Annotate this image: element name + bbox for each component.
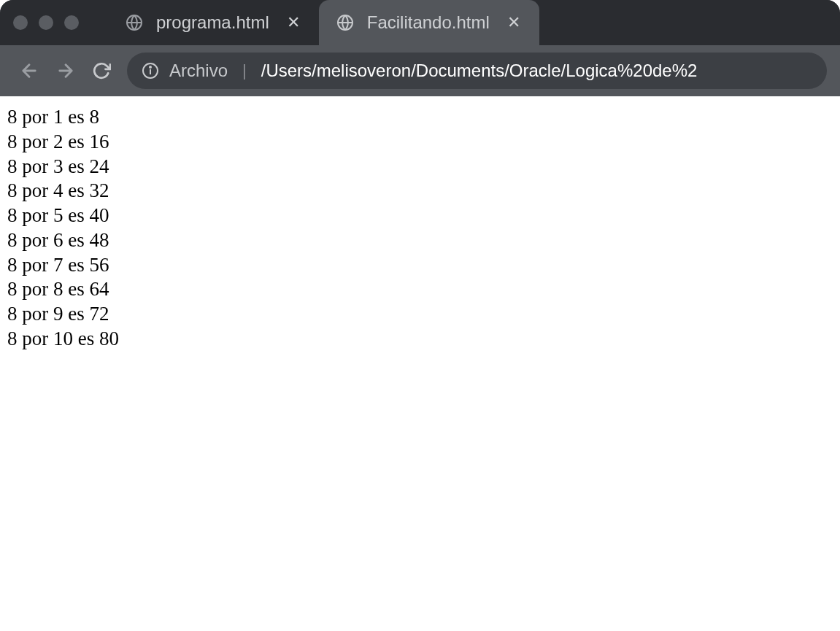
titlebar: programa.html ✕ Facilitando.html ✕ [0, 0, 840, 45]
arrow-right-icon [55, 61, 76, 81]
output-line: 8 por 10 es 80 [7, 327, 833, 352]
tab-title: Facilitando.html [367, 12, 490, 33]
close-icon[interactable]: ✕ [282, 13, 304, 32]
output-line: 8 por 2 es 16 [7, 130, 833, 155]
tab-facilitando[interactable]: Facilitando.html ✕ [319, 0, 539, 45]
address-path: /Users/melisoveron/Documents/Oracle/Logi… [261, 61, 698, 81]
globe-icon [336, 14, 354, 31]
reload-icon [92, 61, 111, 80]
tab-strip: programa.html ✕ Facilitando.html ✕ [108, 0, 840, 45]
window-close-button[interactable] [13, 15, 28, 30]
output-line: 8 por 7 es 56 [7, 253, 833, 278]
reload-button[interactable] [92, 61, 111, 80]
globe-icon [126, 14, 143, 31]
tab-title: programa.html [156, 12, 269, 33]
toolbar: Archivo | /Users/melisoveron/Documents/O… [0, 45, 840, 96]
window-controls [13, 15, 79, 30]
tab-programa[interactable]: programa.html ✕ [108, 0, 319, 45]
page-viewport: 8 por 1 es 8 8 por 2 es 16 8 por 3 es 24… [0, 96, 840, 360]
address-bar[interactable]: Archivo | /Users/melisoveron/Documents/O… [127, 53, 827, 89]
output-line: 8 por 8 es 64 [7, 277, 833, 302]
arrow-left-icon [19, 61, 39, 81]
info-icon [142, 62, 159, 80]
close-icon[interactable]: ✕ [503, 13, 525, 32]
window-minimize-button[interactable] [39, 15, 53, 30]
output-line: 8 por 9 es 72 [7, 302, 833, 327]
address-separator: | [242, 61, 247, 80]
output-line: 8 por 3 es 24 [7, 155, 833, 179]
window-maximize-button[interactable] [64, 15, 79, 30]
back-button[interactable] [19, 61, 39, 81]
forward-button[interactable] [55, 61, 76, 81]
svg-point-4 [150, 66, 151, 68]
address-scheme-label: Archivo [169, 61, 228, 81]
browser-chrome: programa.html ✕ Facilitando.html ✕ [0, 0, 840, 96]
output-line: 8 por 5 es 40 [7, 204, 833, 228]
output-line: 8 por 4 es 32 [7, 179, 833, 204]
output-line: 8 por 6 es 48 [7, 228, 833, 253]
output-line: 8 por 1 es 8 [7, 105, 833, 130]
